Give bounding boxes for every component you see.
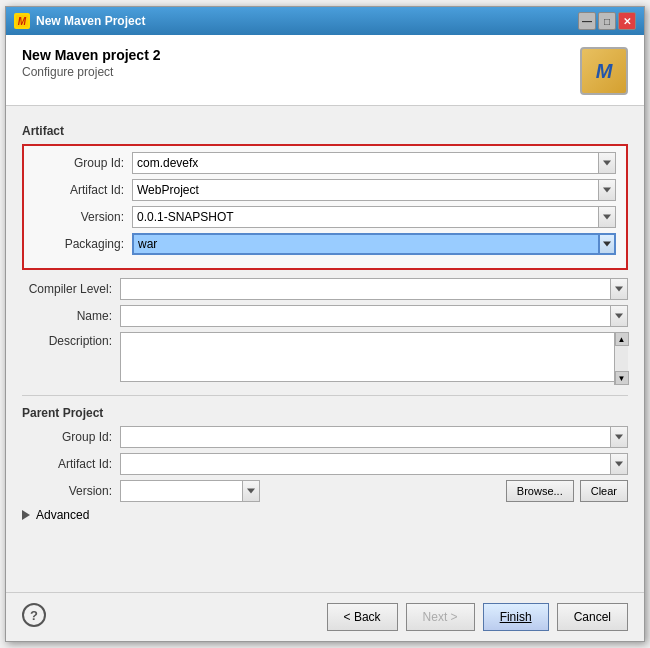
svg-marker-5 — [603, 242, 611, 247]
parent-artifact-id-label: Artifact Id: — [22, 457, 112, 471]
description-area: ▲ ▼ — [120, 332, 628, 385]
wizard-footer: ? < Back Next > Finish Cancel — [6, 592, 644, 641]
svg-marker-7 — [615, 314, 623, 319]
artifact-box: Group Id: Artifact Id: — [22, 144, 628, 270]
svg-marker-10 — [247, 489, 255, 494]
parent-group-id-row: Group Id: — [22, 426, 628, 448]
svg-marker-9 — [615, 462, 623, 467]
parent-group-id-input[interactable] — [120, 426, 610, 448]
wizard-header: New Maven project 2 Configure project M — [6, 35, 644, 106]
svg-marker-3 — [603, 188, 611, 193]
svg-marker-4 — [603, 215, 611, 220]
compiler-level-row: Compiler Level: — [22, 278, 628, 300]
browse-button[interactable]: Browse... — [506, 480, 574, 502]
header-text: New Maven project 2 Configure project — [22, 47, 161, 79]
back-button[interactable]: < Back — [327, 603, 398, 631]
scroll-up-arrow[interactable]: ▲ — [615, 332, 629, 346]
name-label: Name: — [22, 309, 112, 323]
description-row: Description: ▲ ▼ — [22, 332, 628, 385]
packaging-row: Packaging: — [34, 233, 616, 255]
next-button[interactable]: Next > — [406, 603, 475, 631]
maven-logo: M — [580, 47, 628, 95]
advanced-label: Advanced — [36, 508, 89, 522]
parent-project-section: Parent Project Group Id: Artifact Id: — [22, 406, 628, 502]
clear-button[interactable]: Clear — [580, 480, 628, 502]
close-button[interactable]: ✕ — [618, 12, 636, 30]
wizard-title: New Maven project 2 — [22, 47, 161, 63]
parent-artifact-id-input[interactable] — [120, 453, 610, 475]
wizard-subtitle: Configure project — [22, 65, 161, 79]
description-label: Description: — [22, 332, 112, 348]
scroll-down-arrow[interactable]: ▼ — [615, 371, 629, 385]
group-id-label: Group Id: — [34, 156, 124, 170]
packaging-dropdown[interactable] — [598, 233, 616, 255]
advanced-section[interactable]: Advanced — [22, 508, 628, 522]
title-text: New Maven Project — [36, 14, 145, 28]
svg-marker-8 — [615, 435, 623, 440]
description-input[interactable] — [120, 332, 628, 382]
compiler-level-dropdown[interactable] — [610, 278, 628, 300]
parent-artifact-id-dropdown[interactable] — [610, 453, 628, 475]
minimize-button[interactable]: — — [578, 12, 596, 30]
packaging-label: Packaging: — [34, 237, 124, 251]
finish-button[interactable]: Finish — [483, 603, 549, 631]
parent-version-dropdown[interactable] — [242, 480, 260, 502]
parent-version-input[interactable] — [120, 480, 242, 502]
artifact-id-label: Artifact Id: — [34, 183, 124, 197]
description-scrollbar[interactable]: ▲ ▼ — [614, 332, 628, 385]
name-row: Name: — [22, 305, 628, 327]
artifact-id-input[interactable] — [132, 179, 598, 201]
title-bar: M New Maven Project — □ ✕ — [6, 7, 644, 35]
parent-version-label: Version: — [22, 484, 112, 498]
parent-section-label: Parent Project — [22, 406, 628, 420]
artifact-section-label: Artifact — [22, 124, 628, 138]
title-icon: M — [14, 13, 30, 29]
svg-marker-2 — [603, 161, 611, 166]
version-label: Version: — [34, 210, 124, 224]
window-controls: — □ ✕ — [578, 12, 636, 30]
name-dropdown[interactable] — [610, 305, 628, 327]
version-row: Version: — [34, 206, 616, 228]
version-input[interactable] — [132, 206, 598, 228]
help-button[interactable]: ? — [22, 603, 46, 627]
section-divider — [22, 395, 628, 396]
artifact-id-row: Artifact Id: — [34, 179, 616, 201]
compiler-level-label: Compiler Level: — [22, 282, 112, 296]
group-id-input[interactable] — [132, 152, 598, 174]
advanced-expand-icon — [22, 510, 30, 520]
compiler-level-input[interactable] — [120, 278, 610, 300]
parent-group-id-dropdown[interactable] — [610, 426, 628, 448]
form-content: Artifact Group Id: Artifact Id: — [6, 106, 644, 592]
main-window: M New Maven Project — □ ✕ New Maven proj… — [5, 6, 645, 642]
cancel-button[interactable]: Cancel — [557, 603, 628, 631]
packaging-input[interactable] — [132, 233, 598, 255]
version-dropdown[interactable] — [598, 206, 616, 228]
group-id-row: Group Id: — [34, 152, 616, 174]
parent-version-row: Version: Browse... Clear — [22, 480, 628, 502]
svg-marker-6 — [615, 287, 623, 292]
parent-artifact-id-row: Artifact Id: — [22, 453, 628, 475]
maximize-button[interactable]: □ — [598, 12, 616, 30]
svg-text:M: M — [18, 16, 27, 27]
name-input[interactable] — [120, 305, 610, 327]
group-id-dropdown[interactable] — [598, 152, 616, 174]
artifact-id-dropdown[interactable] — [598, 179, 616, 201]
parent-group-id-label: Group Id: — [22, 430, 112, 444]
